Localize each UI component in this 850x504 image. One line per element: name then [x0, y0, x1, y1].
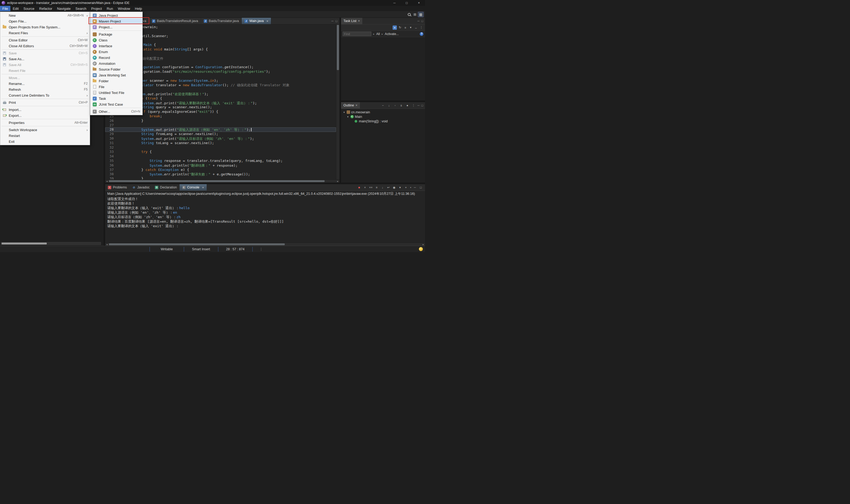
console-horizontal-scrollbar[interactable]: ◂ ▸ [105, 242, 425, 246]
scroll-right-icon[interactable]: ▸ [421, 243, 425, 246]
submenu-item-junit-test-case[interactable]: JUJUnit Test Case [90, 102, 142, 107]
close-tab-icon[interactable]: × [202, 185, 204, 190]
code-line-32[interactable]: 32 [105, 145, 336, 150]
scroll-left-icon[interactable]: ◂ [105, 243, 109, 246]
code-line-26[interactable]: 26 } [105, 119, 336, 123]
code-line-39[interactable]: 39 } [105, 177, 336, 179]
submenu-item-java-project[interactable]: JJava Project [90, 13, 142, 18]
close-window-button[interactable]: × [413, 0, 425, 6]
submenu-item-folder[interactable]: Folder [90, 78, 142, 84]
menu-item-open-projects-from-file-system[interactable]: Open Projects from File System... [0, 24, 90, 30]
menu-item-import[interactable]: Import... [0, 107, 90, 112]
hide-fields-icon[interactable]: ◦ [393, 103, 397, 107]
scope-all-label[interactable]: All [376, 32, 380, 36]
menu-item-switch-workspace[interactable]: Switch Workspace› [0, 127, 90, 133]
collapse-all-icon[interactable]: − [381, 103, 385, 107]
java-perspective-icon[interactable]: ▦ [418, 12, 424, 17]
editor-horizontal-scrollbar[interactable]: ◂ ▸ [105, 179, 340, 183]
menu-item-print[interactable]: PrintCtrl+P [0, 100, 90, 105]
maximize-view-icon[interactable]: □ [421, 19, 423, 22]
maximize-panel-icon[interactable]: □ [419, 185, 423, 190]
code-line-36[interactable]: 36 System.out.println("翻译结果：" + response… [105, 163, 336, 168]
explorer-horizontal-scrollbar[interactable] [1, 242, 101, 245]
activate-label[interactable]: Activate... [385, 32, 399, 36]
code-line-28[interactable]: 28 System.out.print("请输入源语言（例如 'en'、'zh'… [105, 127, 336, 132]
bottom-tab-problems[interactable]: !Problems [105, 184, 129, 191]
code-line-35[interactable]: 35 String response = translator.translat… [105, 159, 336, 163]
hide-static-icon[interactable]: s [399, 103, 403, 107]
line-number[interactable]: 36 [105, 163, 116, 168]
view-menu-icon[interactable]: ⋮ [412, 103, 416, 107]
open-perspective-icon[interactable]: ⊞ [412, 12, 418, 17]
bottom-tab-javadoc[interactable]: @Javadoc [129, 184, 153, 191]
notifications-icon[interactable] [419, 247, 423, 251]
task-find-input[interactable] [343, 32, 371, 36]
remove-launch-icon[interactable]: × [363, 185, 367, 190]
statusbar-menu-icon[interactable]: ⋮ [260, 247, 263, 251]
minimize-editor-icon[interactable]: ─ [331, 19, 334, 22]
code-line-37[interactable]: 37 } catch (Exception e) { [105, 168, 336, 172]
submenu-item-maven-project[interactable]: MMaven Project [90, 18, 142, 24]
filter-completed-icon[interactable]: ▾ [409, 25, 413, 30]
submenu-item-package[interactable]: Package [90, 31, 142, 37]
submenu-item-file[interactable]: File [90, 84, 142, 90]
maximize-editor-icon[interactable]: □ [335, 19, 337, 22]
console-output[interactable]: 读取配置文件成功！欢迎使用翻译器！请输入要翻译的文本（输入 'exit' 退出）… [105, 196, 425, 242]
expander-icon[interactable]: ▾ [346, 115, 349, 118]
tab-outline[interactable]: Outline × [341, 102, 360, 109]
scrollbar-thumb[interactable] [337, 25, 339, 70]
line-number[interactable]: 31 [105, 141, 116, 145]
code-line-38[interactable]: 38 System.err.println("翻译失败：" + e.getMes… [105, 172, 336, 177]
close-tab-icon[interactable]: × [266, 19, 268, 23]
outline-node-main-string-void[interactable]: main(String[]) : void [341, 119, 425, 123]
scrollbar-thumb[interactable] [2, 242, 47, 245]
submenu-item-record[interactable]: RRecord [90, 55, 142, 60]
submenu-item-other[interactable]: +Other...Ctrl+N [90, 109, 142, 114]
bottom-tab-declaration[interactable]: DDeclaration [152, 184, 179, 191]
submenu-item-untitled-text-file[interactable]: Untitled Text File [90, 90, 142, 95]
editor-tab-baidutranslationresult-java[interactable]: JBaiduTranslationResult.java [149, 18, 201, 24]
menubar-item-refactor[interactable]: Refactor [37, 6, 55, 11]
menu-item-recent-files[interactable]: Recent Files› [0, 30, 90, 36]
line-number[interactable]: 38 [105, 172, 116, 177]
maximize-window-button[interactable]: □ [401, 0, 413, 6]
line-number[interactable]: 34 [105, 154, 116, 159]
code-line-31[interactable]: 31 String toLang = scanner.nextLine(); [105, 141, 336, 145]
minimize-view-icon[interactable]: ─ [418, 104, 420, 107]
close-view-icon[interactable]: × [356, 104, 358, 107]
help-icon[interactable]: ? [420, 32, 423, 36]
menu-item-export[interactable]: Export... [0, 112, 90, 119]
line-number[interactable]: 27 [105, 123, 116, 128]
code-line-34[interactable]: 34 [105, 154, 336, 159]
scroll-lock-icon[interactable]: ↓ [380, 185, 385, 190]
menubar-item-project[interactable]: Project [89, 6, 104, 11]
menu-item-refresh[interactable]: RefreshF5 [0, 87, 90, 92]
group-by-icon[interactable]: ≡ [403, 25, 407, 30]
menubar-item-window[interactable]: Window [116, 6, 133, 11]
menu-item-close-editor[interactable]: Close EditorCtrl+W [0, 37, 90, 43]
line-number[interactable]: 32 [105, 145, 116, 150]
menubar-item-navigate[interactable]: Navigate [55, 6, 73, 11]
code-line-30[interactable]: 30 System.out.print("请输入目标语言（例如 'zh'、'en… [105, 137, 336, 141]
menu-item-close-all-editors[interactable]: Close All EditorsCtrl+Shift+W [0, 43, 90, 49]
menu-item-save-as[interactable]: Save As... [0, 56, 90, 62]
menu-item-new[interactable]: NewAlt+Shift+N› [0, 13, 90, 18]
scrollbar-thumb[interactable] [109, 180, 325, 182]
menu-item-rename[interactable]: Rename...F2 [0, 81, 90, 87]
menubar-item-search[interactable]: Search [73, 6, 89, 11]
tab-task-list[interactable]: Task List × [341, 18, 362, 24]
display-selected-console-icon[interactable]: ▾ [398, 185, 402, 190]
menubar-item-help[interactable]: Help [133, 6, 144, 11]
minimize-window-button[interactable]: ─ [388, 0, 401, 6]
link-with-editor-icon[interactable]: ↔ [414, 25, 418, 30]
new-task-icon[interactable]: + [393, 25, 397, 30]
close-view-icon[interactable]: × [358, 19, 360, 23]
menubar-item-file[interactable]: File [0, 6, 10, 11]
synchronize-icon[interactable]: ↻ [398, 25, 402, 30]
maximize-view-icon[interactable]: □ [421, 104, 423, 107]
editor-tab-main-java[interactable]: JMain.java× [242, 18, 271, 24]
submenu-item-java-working-set[interactable]: WJava Working Set [90, 72, 142, 78]
line-number[interactable]: 35 [105, 159, 116, 163]
menu-item-open-file[interactable]: Open File... [0, 18, 90, 24]
terminate-icon[interactable]: ■ [357, 185, 361, 190]
